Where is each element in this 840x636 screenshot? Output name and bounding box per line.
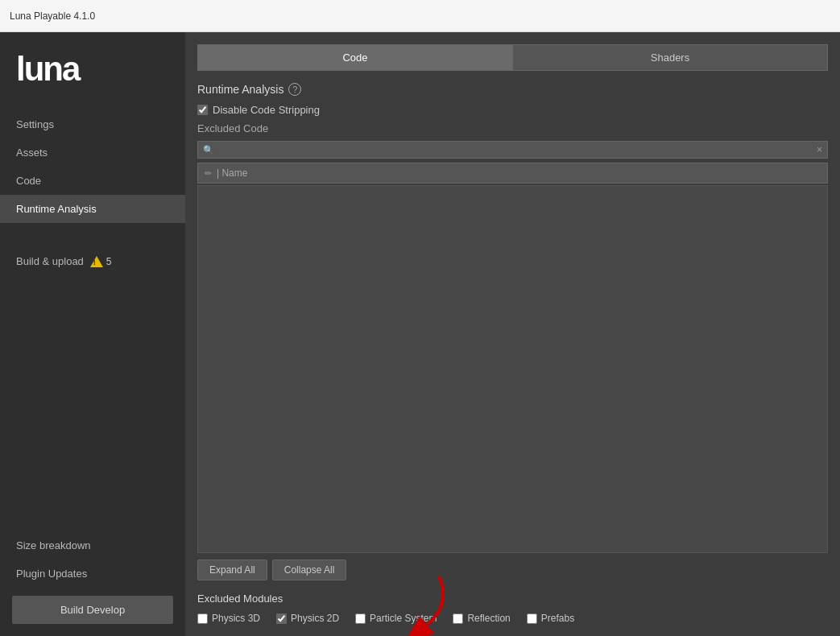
search-icon: 🔍	[203, 145, 214, 155]
module-physics2d: Physics 2D	[276, 613, 339, 624]
excluded-code-table	[197, 185, 828, 553]
tab-code[interactable]: Code	[197, 44, 512, 71]
physics2d-label: Physics 2D	[291, 613, 339, 624]
build-upload-badge: 5	[90, 256, 112, 267]
reflection-label: Reflection	[467, 613, 510, 624]
sidebar-item-code[interactable]: Code	[0, 167, 185, 195]
section-title: Runtime Analysis	[197, 83, 283, 96]
build-develop-button[interactable]: Build Develop	[12, 596, 173, 624]
logo-text: luna	[16, 52, 169, 86]
search-clear-button[interactable]: ×	[817, 144, 822, 155]
expand-collapse-row: Expand All Collapse All	[197, 560, 828, 580]
module-physics3d: Physics 3D	[197, 613, 260, 624]
module-particle-system: Particle System	[355, 613, 437, 624]
disable-code-stripping-checkbox[interactable]	[197, 105, 208, 115]
excluded-modules-label: Excluded Modules	[197, 593, 828, 605]
disable-code-stripping-label: Disable Code Stripping	[213, 104, 320, 116]
tabs: Code Shaders	[197, 44, 828, 71]
sidebar: luna Settings Assets Code Runtime Analys…	[0, 32, 185, 636]
physics2d-checkbox[interactable]	[276, 613, 287, 624]
app-container: luna Settings Assets Code Runtime Analys…	[0, 32, 840, 636]
physics3d-label: Physics 3D	[212, 613, 260, 624]
search-input[interactable]	[217, 144, 817, 155]
sidebar-item-runtime-analysis[interactable]: Runtime Analysis	[0, 195, 185, 223]
prefabs-label: Prefabs	[541, 613, 574, 624]
particle-system-checkbox[interactable]	[355, 613, 366, 624]
help-icon[interactable]: ?	[288, 83, 301, 96]
physics3d-checkbox[interactable]	[197, 613, 208, 624]
pencil-icon: ✏	[205, 168, 212, 179]
particle-system-label: Particle System	[370, 613, 437, 624]
module-reflection: Reflection	[453, 613, 510, 624]
module-prefabs: Prefabs	[527, 613, 574, 624]
section-header: Runtime Analysis ?	[197, 83, 828, 96]
excluded-code-label: Excluded Code	[197, 122, 828, 134]
reflection-checkbox[interactable]	[453, 613, 463, 624]
sidebar-item-assets[interactable]: Assets	[0, 138, 185, 167]
sidebar-item-settings[interactable]: Settings	[0, 110, 185, 138]
build-upload-label: Build & upload	[16, 255, 84, 267]
disable-code-stripping-row: Disable Code Stripping	[197, 104, 828, 116]
sidebar-item-plugin-updates[interactable]: Plugin Updates	[0, 560, 185, 588]
expand-all-button[interactable]: Expand All	[197, 560, 267, 580]
runtime-analysis-section: Runtime Analysis ? Disable Code Strippin…	[197, 83, 828, 624]
sidebar-item-size-breakdown[interactable]: Size breakdown	[0, 531, 185, 560]
search-bar-container: 🔍 ×	[197, 141, 828, 159]
sidebar-nav: Settings Assets Code Runtime Analysis Bu…	[0, 110, 185, 636]
warning-icon	[90, 256, 103, 267]
tab-shaders[interactable]: Shaders	[512, 44, 828, 71]
logo: luna	[0, 40, 185, 110]
title-bar: Luna Playable 4.1.0	[0, 0, 840, 32]
collapse-all-button[interactable]: Collapse All	[272, 560, 347, 580]
name-header-row: ✏ | Name	[197, 163, 828, 184]
prefabs-checkbox[interactable]	[527, 613, 537, 624]
sidebar-item-build-upload[interactable]: Build & upload 5	[0, 247, 185, 275]
name-column-header: | Name	[217, 167, 247, 179]
main-content: Code Shaders Runtime Analysis ? Disable …	[185, 32, 840, 636]
app-title: Luna Playable 4.1.0	[10, 10, 95, 22]
modules-row: Physics 3D Physics 2D Particle System Re…	[197, 613, 828, 624]
